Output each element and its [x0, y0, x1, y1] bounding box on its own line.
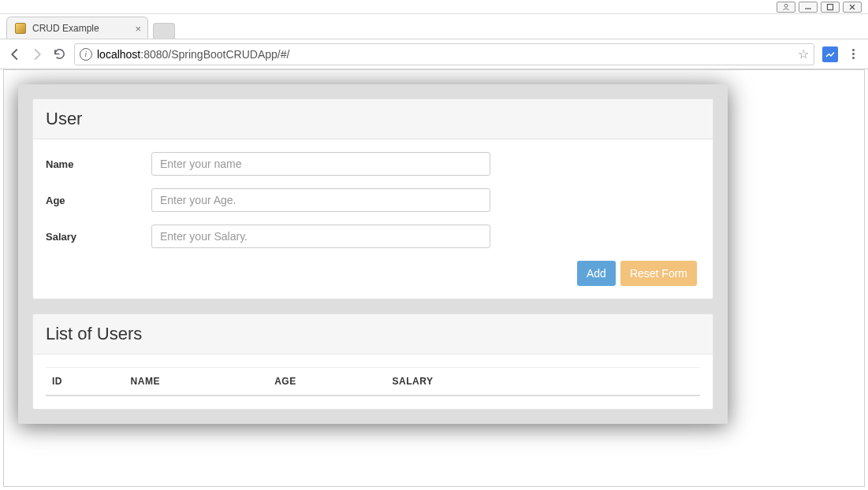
user-form-heading: User: [33, 99, 713, 139]
page-viewport: User Name Age Salary Add: [3, 69, 865, 487]
col-age: AGE: [268, 368, 386, 396]
back-button[interactable]: [8, 47, 22, 61]
tab-crud-example[interactable]: CRUD Example ×: [6, 17, 148, 39]
maximize-button[interactable]: [821, 2, 840, 13]
bookmark-star-icon[interactable]: ☆: [798, 46, 809, 61]
forward-button[interactable]: [30, 47, 44, 61]
tab-close-icon[interactable]: ×: [135, 23, 141, 35]
name-input[interactable]: [151, 152, 490, 176]
col-id: ID: [46, 368, 125, 396]
age-input[interactable]: [151, 188, 490, 212]
url-path: :8080/SpringBootCRUDApp/#/: [140, 48, 289, 61]
col-name: NAME: [125, 368, 269, 396]
svg-rect-2: [828, 4, 833, 9]
url-host: localhost: [97, 48, 140, 61]
users-list-heading: List of Users: [33, 314, 713, 355]
tab-strip: CRUD Example ×: [0, 14, 868, 39]
browser-menu-button[interactable]: [846, 47, 860, 61]
page-container: User Name Age Salary Add: [18, 84, 728, 424]
user-button[interactable]: [777, 2, 795, 13]
age-label: Age: [46, 195, 151, 206]
name-label: Name: [46, 158, 151, 170]
browser-toolbar: i localhost:8080/SpringBootCRUDApp/#/ ☆: [0, 39, 868, 69]
extension-button[interactable]: [822, 46, 838, 62]
user-form-panel: User Name Age Salary Add: [32, 98, 713, 299]
address-bar[interactable]: i localhost:8080/SpringBootCRUDApp/#/ ☆: [74, 43, 814, 65]
favicon-icon: [15, 23, 26, 34]
site-info-icon[interactable]: i: [80, 48, 92, 61]
new-tab-button[interactable]: [153, 23, 175, 39]
salary-label: Salary: [46, 231, 151, 243]
url-text: localhost:8080/SpringBootCRUDApp/#/: [97, 48, 793, 61]
reload-button[interactable]: [52, 47, 66, 61]
users-list-panel: List of Users ID NAME AGE SALARY: [32, 314, 713, 410]
svg-point-0: [784, 4, 788, 7]
minimize-button[interactable]: [799, 2, 818, 13]
users-table: ID NAME AGE SALARY: [46, 367, 700, 396]
window-titlebar: [0, 0, 868, 14]
salary-input[interactable]: [151, 225, 490, 248]
col-salary: SALARY: [386, 368, 700, 396]
tab-title: CRUD Example: [32, 23, 99, 34]
reset-form-button[interactable]: Reset Form: [620, 261, 697, 286]
add-button[interactable]: Add: [577, 261, 616, 286]
close-window-button[interactable]: [843, 2, 862, 13]
